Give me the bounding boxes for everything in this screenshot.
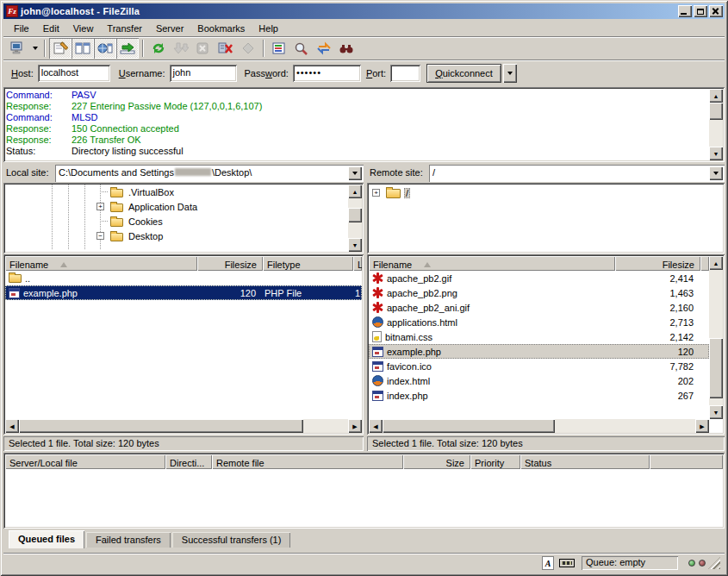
file-row[interactable]: apache_pb2_ani.gif2,160 xyxy=(369,300,709,315)
tree-item-desktop[interactable]: − Desktop xyxy=(3,229,346,243)
directory-comparison-button[interactable] xyxy=(290,38,313,59)
toggle-remote-tree-button[interactable] xyxy=(94,38,116,59)
scroll-right-icon[interactable]: ▶ xyxy=(695,419,709,433)
file-row-parent-dir[interactable]: .. xyxy=(5,271,362,285)
maximize-icon xyxy=(697,9,704,15)
filezilla-app-icon: Fz xyxy=(6,5,18,17)
port-input[interactable] xyxy=(390,65,420,82)
scroll-right-icon[interactable]: ▶ xyxy=(348,419,362,433)
chevron-down-icon[interactable] xyxy=(709,166,723,180)
column-header-filesize[interactable]: Filesize xyxy=(197,256,263,271)
file-row[interactable]: apache_pb2.gif2,414 xyxy=(369,271,709,285)
quickconnect-dropdown-button[interactable] xyxy=(503,64,517,83)
statusbar: A Queue: empty xyxy=(3,553,725,573)
transfer-queue: Server/Local file Directi... Remote file… xyxy=(3,453,725,529)
resize-grip[interactable] xyxy=(708,557,720,569)
menu-server[interactable]: Server xyxy=(149,22,190,35)
menu-transfer[interactable]: Transfer xyxy=(100,22,149,35)
column-header-priority[interactable]: Priority xyxy=(470,454,520,469)
column-header-remote-file[interactable]: Remote file xyxy=(212,454,403,469)
menu-file[interactable]: File xyxy=(7,22,36,35)
collapse-minus-icon[interactable]: − xyxy=(96,232,104,240)
column-header-filename[interactable]: Filename xyxy=(5,256,197,271)
process-queue-button[interactable] xyxy=(170,38,192,59)
file-row[interactable]: index.html202 xyxy=(369,373,709,388)
toggle-message-log-button[interactable] xyxy=(49,38,72,59)
scroll-down-icon[interactable]: ▼ xyxy=(709,147,723,160)
cancel-button[interactable] xyxy=(192,38,215,59)
menu-bookmarks[interactable]: Bookmarks xyxy=(190,22,252,35)
redacted-username xyxy=(175,168,211,176)
minimize-button[interactable] xyxy=(678,5,692,17)
tab-failed-transfers[interactable]: Failed transfers xyxy=(86,532,171,548)
remote-site-combobox[interactable]: / xyxy=(429,165,725,182)
tab-successful-transfers[interactable]: Successful transfers (1) xyxy=(172,532,291,548)
cancel-icon xyxy=(196,41,211,55)
log-scrollbar[interactable]: ▲ ▼ xyxy=(709,89,723,160)
local-tree-icon xyxy=(75,41,90,55)
tree-item-root[interactable]: + / xyxy=(367,185,707,200)
column-header-server-local-file[interactable]: Server/Local file xyxy=(5,454,165,469)
quickconnect-button[interactable]: Quickconnect xyxy=(426,64,501,83)
disconnect-icon xyxy=(218,41,233,55)
file-row[interactable]: index.php267 xyxy=(369,388,709,403)
remote-selection-status: Selected 1 file. Total size: 120 bytes xyxy=(367,436,725,451)
column-header-direction[interactable]: Directi... xyxy=(165,454,212,469)
column-header-filesize[interactable]: Filesize xyxy=(615,256,700,271)
scroll-left-icon[interactable]: ◀ xyxy=(5,419,19,433)
tree-item-cookies[interactable]: Cookies xyxy=(3,214,346,229)
folder-icon xyxy=(110,189,123,197)
file-row[interactable]: applications.html2,713 xyxy=(369,315,709,329)
scroll-down-icon[interactable]: ▼ xyxy=(709,405,723,419)
column-header-filetype[interactable]: Filetype xyxy=(263,256,353,271)
menu-help[interactable]: Help xyxy=(252,22,285,35)
tree-item-application-data[interactable]: + Application Data xyxy=(3,199,346,214)
scroll-up-icon[interactable]: ▲ xyxy=(709,89,723,103)
disconnect-button[interactable] xyxy=(215,38,237,59)
column-header-size[interactable]: Size xyxy=(403,454,470,469)
expand-plus-icon[interactable]: + xyxy=(96,203,104,210)
menu-view[interactable]: View xyxy=(66,22,101,35)
file-row-example-php[interactable]: example.php120 xyxy=(369,344,709,359)
expand-plus-icon[interactable]: + xyxy=(372,189,380,197)
file-row[interactable]: bitnami.css2,142 xyxy=(369,329,709,344)
chevron-down-icon[interactable] xyxy=(348,166,362,180)
close-button[interactable] xyxy=(709,5,723,17)
scroll-down-icon[interactable]: ▼ xyxy=(348,238,362,252)
remote-list-vscrollbar[interactable]: ▲ ▼ xyxy=(709,256,723,419)
file-row[interactable]: favicon.ico7,782 xyxy=(369,359,709,373)
scroll-up-icon[interactable]: ▲ xyxy=(709,256,723,270)
site-manager-button[interactable] xyxy=(7,38,29,59)
reconnect-button[interactable] xyxy=(237,38,259,59)
host-input[interactable]: localhost xyxy=(38,65,110,82)
menu-edit[interactable]: Edit xyxy=(36,22,66,35)
local-list-hscrollbar[interactable]: ◀ ▶ xyxy=(5,419,362,433)
toolbar-separator xyxy=(142,40,144,57)
file-row[interactable]: apache_pb2.png1,463 xyxy=(369,285,709,300)
column-header-status[interactable]: Status xyxy=(520,454,650,469)
scroll-up-icon[interactable]: ▲ xyxy=(348,185,362,198)
scroll-left-icon[interactable]: ◀ xyxy=(369,419,383,433)
synchronized-browsing-button[interactable] xyxy=(313,38,335,59)
local-site-combobox[interactable]: C:\Documents and Settings\Desktop\ xyxy=(55,165,364,182)
local-tree-scrollbar[interactable]: ▲ ▼ xyxy=(348,185,362,252)
file-row-example-php[interactable]: example.php 120 PHP File 1 xyxy=(5,285,362,300)
toggle-transfer-queue-button[interactable] xyxy=(116,38,139,59)
column-header-last-modified[interactable]: L xyxy=(353,256,362,271)
remote-list-hscrollbar[interactable]: ◀ ▶ xyxy=(369,419,709,433)
password-input[interactable]: •••••• xyxy=(293,65,361,82)
directory-filters-button[interactable] xyxy=(268,38,290,59)
tab-queued-files[interactable]: Queued files xyxy=(9,530,84,548)
log-line: Response:226 Transfer OK xyxy=(6,135,707,146)
maximize-button[interactable] xyxy=(694,5,707,17)
username-input[interactable]: john xyxy=(170,65,237,82)
toggle-local-tree-button[interactable] xyxy=(72,38,94,59)
filter-icon xyxy=(271,41,287,55)
refresh-button[interactable] xyxy=(147,38,170,59)
find-files-button[interactable] xyxy=(335,38,358,59)
log-line: Command:PASV xyxy=(6,90,707,101)
tree-item-virtualbox[interactable]: .VirtualBox xyxy=(3,185,346,199)
site-manager-dropdown-button[interactable] xyxy=(29,38,40,59)
php-file-icon xyxy=(372,347,383,357)
column-header-filename[interactable]: Filename xyxy=(369,256,615,271)
